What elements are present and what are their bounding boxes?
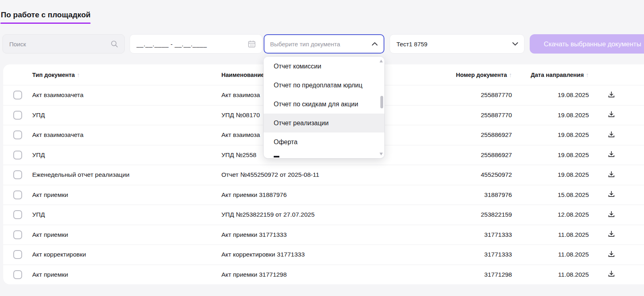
cell-doc-date: 15.08.2025 — [512, 191, 589, 199]
search-input[interactable] — [3, 41, 110, 48]
doc-type-option-list: Отчет комиссииОтчет по предоплатам юрлиц… — [264, 57, 384, 151]
cell-doc-type: Акт корректировки — [32, 251, 221, 258]
date-range-field[interactable] — [130, 34, 262, 54]
cell-doc-name: УПД №253822159 от 27.07.2025 — [221, 211, 450, 218]
download-icon — [607, 149, 616, 160]
row-download-button[interactable] — [607, 130, 616, 141]
cell-doc-number: 31771333 — [450, 231, 512, 238]
doc-type-option[interactable]: Отчет по скидкам для акции — [264, 95, 384, 114]
cell-doc-date: 11.08.2025 — [512, 251, 589, 258]
table-row: Акт приемки Акт приемки 31771333 3177133… — [3, 225, 644, 245]
row-checkbox[interactable] — [13, 230, 22, 239]
doc-type-option[interactable]: Оферта — [264, 132, 384, 151]
cell-doc-type: УПД — [32, 211, 221, 218]
cell-doc-type: Акт приемки — [32, 191, 221, 199]
download-icon — [607, 110, 616, 120]
download-icon — [607, 229, 616, 240]
cell-doc-number: 255886927 — [450, 131, 512, 139]
cell-doc-name: Отчет №455250972 от 2025-08-11 — [221, 171, 450, 178]
doc-type-option[interactable]: Отчет реализации — [264, 114, 384, 132]
cell-doc-name: Акт приемки 31771333 — [221, 231, 450, 238]
row-download-button[interactable] — [607, 249, 616, 260]
cell-doc-type: УПД — [32, 112, 221, 119]
sort-ascending-icon: ↑ — [75, 71, 80, 78]
cell-doc-date: 11.08.2025 — [512, 231, 589, 238]
chevron-down-icon — [512, 42, 518, 46]
chevron-up-icon — [372, 42, 378, 46]
download-icon — [607, 189, 616, 200]
cell-doc-type: УПД — [32, 151, 221, 159]
cell-doc-name: Акт приемки 31887976 — [221, 191, 450, 199]
cell-doc-type: Акт взаимозачета — [32, 91, 221, 99]
row-download-button[interactable] — [607, 189, 616, 200]
header-doc-number[interactable]: Номер документа↑ — [450, 71, 512, 78]
cell-doc-number: 31771333 — [450, 251, 512, 258]
cell-doc-number: 31771298 — [450, 271, 512, 278]
sort-ascending-icon: ↑ — [507, 71, 512, 78]
cell-doc-date: 19.08.2025 — [512, 151, 589, 159]
download-selected-button[interactable]: Скачать выбранные документы — [530, 34, 644, 54]
table-row: УПД УПД №253822159 от 27.07.2025 2538221… — [3, 205, 644, 225]
row-download-button[interactable] — [607, 229, 616, 240]
table-row: Акт корректировки Акт корректировки 3177… — [3, 244, 644, 265]
row-download-button[interactable] — [607, 90, 616, 101]
download-icon — [607, 209, 616, 220]
search-icon — [110, 39, 119, 48]
cell-doc-number: 253822159 — [450, 211, 512, 218]
cell-doc-name: Акт корректировки 31771333 — [221, 251, 450, 258]
org-select-value: Тест1 8759 — [390, 41, 512, 48]
sort-ascending-icon: ↑ — [584, 71, 589, 78]
cell-doc-type: Еженедельный отчет реализации — [32, 171, 221, 178]
download-icon — [607, 269, 616, 280]
date-range-input[interactable] — [130, 41, 247, 48]
row-checkbox[interactable] — [13, 91, 22, 99]
scrollbar-up-arrow-icon[interactable] — [380, 60, 383, 62]
doc-type-dropdown: Отчет комиссииОтчет по предоплатам юрлиц… — [264, 57, 384, 158]
row-checkbox[interactable] — [13, 250, 22, 259]
header-doc-type[interactable]: Тип документа↑ — [32, 71, 221, 78]
download-icon — [607, 170, 616, 180]
cell-doc-number: 255886927 — [450, 151, 512, 159]
cell-doc-name: Акт приемки 31771298 — [221, 271, 450, 278]
row-download-button[interactable] — [607, 269, 616, 280]
org-select[interactable]: Тест1 8759 — [390, 34, 524, 54]
cell-doc-date: 11.08.2025 — [512, 271, 589, 278]
search-field[interactable] — [2, 34, 125, 54]
documents-page: По работе с площадкой Выберите тип докум… — [0, 0, 644, 296]
cell-doc-number: 31887976 — [450, 191, 512, 199]
download-icon — [607, 90, 616, 101]
active-tab-indicator — [0, 23, 91, 24]
row-checkbox[interactable] — [13, 210, 22, 219]
row-download-button[interactable] — [607, 149, 616, 160]
download-icon — [607, 249, 616, 260]
row-checkbox[interactable] — [13, 111, 22, 120]
header-doc-date[interactable]: Дата направления↑ — [512, 71, 589, 78]
table-row: Еженедельный отчет реализации Отчет №455… — [3, 165, 644, 185]
cell-doc-date: 19.08.2025 — [512, 112, 589, 119]
doc-type-option[interactable]: Отчет по предоплатам юрлиц — [264, 76, 384, 95]
row-checkbox[interactable] — [13, 190, 22, 199]
page-title: По работе с площадкой — [1, 10, 91, 19]
download-icon — [607, 130, 616, 141]
cell-doc-date: 19.08.2025 — [512, 131, 589, 139]
row-checkbox[interactable] — [13, 170, 22, 179]
row-checkbox[interactable] — [13, 130, 22, 139]
cell-doc-date: 19.08.2025 — [512, 171, 589, 178]
table-row: Акт приемки Акт приемки 31771298 3177129… — [3, 265, 644, 285]
doc-type-select[interactable]: Выберите тип документа — [264, 34, 384, 54]
row-download-button[interactable] — [607, 209, 616, 220]
scrollbar-down-arrow-icon[interactable] — [380, 153, 383, 155]
row-checkbox[interactable] — [13, 151, 22, 159]
row-checkbox[interactable] — [13, 270, 22, 279]
row-download-button[interactable] — [607, 110, 616, 120]
doc-type-option[interactable]: Отчет комиссии — [264, 57, 384, 76]
cell-doc-date: 19.08.2025 — [512, 91, 589, 99]
row-download-button[interactable] — [607, 170, 616, 180]
cell-doc-type: Акт приемки — [32, 231, 221, 238]
calendar-icon[interactable] — [247, 39, 256, 49]
table-row: Акт приемки Акт приемки 31887976 3188797… — [3, 185, 644, 205]
doc-type-placeholder: Выберите тип документа — [264, 41, 372, 48]
scrollbar-thumb[interactable] — [380, 96, 383, 108]
cell-doc-type: Акт приемки — [32, 271, 221, 278]
dropdown-option-clipped[interactable] — [274, 156, 279, 157]
